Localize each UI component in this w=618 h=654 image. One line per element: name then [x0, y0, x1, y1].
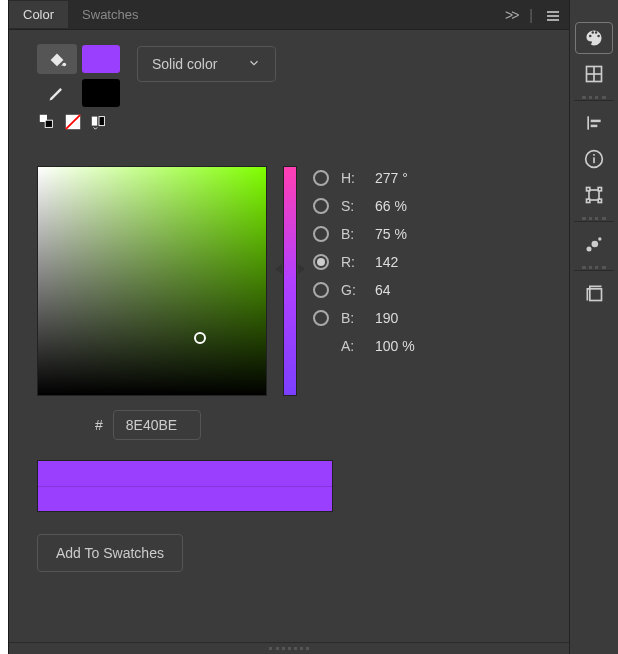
color-readout: H: 277 ° S: 66 % B: 75 % R: 142 — [313, 166, 425, 396]
value-h[interactable]: 277 ° — [375, 170, 425, 186]
radio-s[interactable] — [313, 198, 329, 214]
right-dock — [569, 0, 618, 654]
bucket-fill-icon[interactable] — [37, 44, 77, 74]
dock-separator — [574, 270, 614, 271]
label-s: S: — [341, 198, 363, 214]
radio-r[interactable] — [313, 254, 329, 270]
hex-input[interactable]: 8E40BE — [113, 410, 201, 440]
foreground-swatch[interactable] — [81, 44, 121, 74]
dock-separator — [574, 100, 614, 101]
swap-colors-icon[interactable] — [37, 112, 57, 132]
value-r[interactable]: 142 — [375, 254, 425, 270]
svg-point-0 — [63, 63, 67, 67]
panel-tab-bar: Color Swatches >> | — [9, 0, 569, 30]
label-g: G: — [341, 282, 363, 298]
radio-b2[interactable] — [313, 310, 329, 326]
chevron-down-icon — [247, 56, 261, 73]
svg-rect-14 — [593, 157, 595, 163]
dock-brushes-icon[interactable] — [575, 228, 613, 260]
panel-menu-button[interactable] — [537, 7, 569, 23]
svg-rect-15 — [593, 154, 595, 156]
dock-separator — [574, 221, 614, 222]
svg-rect-12 — [591, 125, 598, 128]
left-margin — [0, 0, 9, 654]
pencil-icon[interactable] — [37, 78, 77, 108]
svg-rect-24 — [590, 289, 602, 301]
svg-rect-11 — [591, 120, 601, 123]
label-h: H: — [341, 170, 363, 186]
dock-color-icon[interactable] — [575, 22, 613, 54]
svg-point-22 — [592, 241, 599, 248]
dock-align-icon[interactable] — [575, 107, 613, 139]
svg-rect-5 — [92, 117, 97, 126]
dock-swatches-icon[interactable] — [575, 58, 613, 90]
svg-rect-19 — [587, 199, 590, 202]
fill-type-dropdown[interactable]: Solid color — [137, 46, 276, 82]
svg-rect-18 — [598, 188, 601, 191]
panel-resize-grip[interactable] — [9, 642, 569, 654]
default-colors-icon[interactable] — [89, 112, 109, 132]
fill-type-label: Solid color — [152, 56, 217, 72]
dock-libraries-icon[interactable] — [575, 277, 613, 309]
background-swatch[interactable] — [81, 78, 121, 108]
value-b[interactable]: 75 % — [375, 226, 425, 242]
svg-point-21 — [587, 247, 592, 252]
add-to-swatches-button[interactable]: Add To Swatches — [37, 534, 183, 572]
hue-slider[interactable] — [283, 166, 297, 396]
none-color-icon[interactable] — [63, 112, 83, 132]
svg-rect-20 — [598, 199, 601, 202]
radio-h[interactable] — [313, 170, 329, 186]
hex-prefix: # — [95, 417, 103, 433]
hue-handle-left[interactable] — [275, 264, 282, 274]
svg-point-23 — [598, 237, 601, 240]
label-b2: B: — [341, 310, 363, 326]
color-panel: Color Swatches >> | — [9, 0, 569, 654]
svg-rect-2 — [45, 120, 52, 127]
saturation-brightness-field[interactable] — [37, 166, 267, 396]
hue-handle-right[interactable] — [298, 264, 305, 274]
value-b2[interactable]: 190 — [375, 310, 425, 326]
value-g[interactable]: 64 — [375, 282, 425, 298]
svg-rect-10 — [587, 116, 589, 129]
label-b: B: — [341, 226, 363, 242]
radio-b[interactable] — [313, 226, 329, 242]
label-a: A: — [341, 338, 363, 354]
value-a[interactable]: 100 % — [375, 338, 425, 354]
dock-transform-icon[interactable] — [575, 179, 613, 211]
svg-rect-6 — [99, 117, 104, 126]
color-preview — [37, 460, 333, 512]
dock-info-icon[interactable] — [575, 143, 613, 175]
svg-rect-17 — [587, 188, 590, 191]
value-s[interactable]: 66 % — [375, 198, 425, 214]
radio-g[interactable] — [313, 282, 329, 298]
label-r: R: — [341, 254, 363, 270]
collapse-panel-button[interactable]: >> — [497, 7, 525, 23]
tab-color[interactable]: Color — [9, 1, 68, 28]
tab-swatches[interactable]: Swatches — [68, 1, 152, 28]
sb-cursor[interactable] — [194, 332, 206, 344]
radio-a-spacer — [313, 338, 329, 354]
panel-body: Solid color H: 277 ° — [9, 30, 569, 642]
